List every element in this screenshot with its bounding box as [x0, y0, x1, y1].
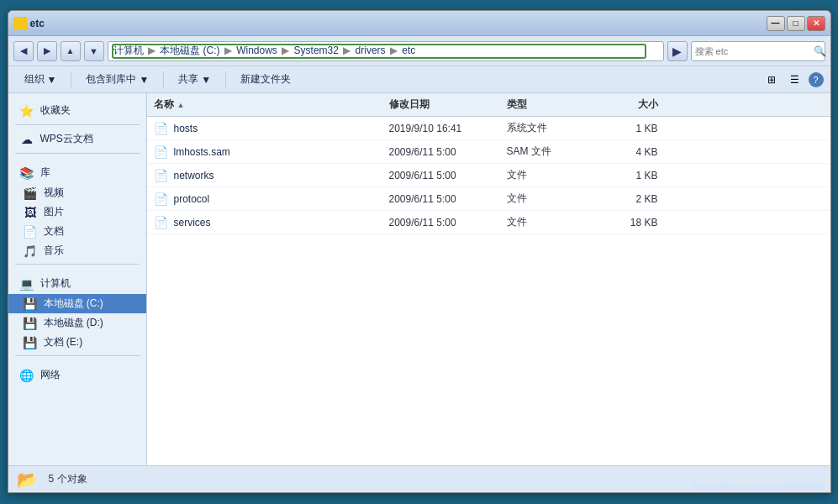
library-icon: 📚: [18, 166, 35, 180]
file-icon: 📄: [154, 192, 169, 206]
column-date[interactable]: 修改日期: [389, 97, 507, 112]
up-button[interactable]: ▲: [61, 41, 81, 61]
toolbar-sep-2: [163, 71, 164, 88]
file-cell-size: 1 KB: [591, 170, 658, 181]
drive-d-icon: 💾: [22, 317, 39, 330]
window-icon: [13, 17, 27, 30]
toolbar-right: ⊞ ☰ ?: [762, 70, 824, 90]
file-cell-date: 2009/6/11 5:00: [389, 193, 507, 205]
sidebar-library-label: 库: [40, 165, 50, 180]
maximize-button[interactable]: □: [787, 16, 805, 31]
sidebar-item-wps[interactable]: ☁ WPS云文档: [8, 129, 146, 150]
file-cell-type: 文件: [507, 215, 591, 229]
file-icon: 📄: [154, 169, 169, 182]
file-cell-date: 2009/6/11 5:00: [389, 146, 507, 158]
drive-c-icon: 💾: [22, 297, 39, 311]
sidebar-wps-label: WPS云文档: [40, 132, 93, 146]
file-name: networks: [174, 170, 214, 181]
toolbar-sep-1: [71, 71, 71, 88]
sidebar-divider-3: [15, 264, 140, 265]
sidebar-item-computer[interactable]: 💻 计算机: [8, 273, 146, 294]
file-cell-date: 2019/9/10 16:41: [389, 123, 507, 134]
table-row[interactable]: 📄 services 2009/6/11 5:00 文件 18 KB: [147, 211, 830, 234]
file-cell-name: 📄 services: [154, 216, 389, 229]
network-icon: 🌐: [18, 369, 35, 382]
minimize-button[interactable]: —: [767, 16, 785, 31]
sidebar-item-music[interactable]: 🎵 音乐: [8, 241, 146, 260]
back-button[interactable]: ◀: [13, 41, 34, 61]
column-name[interactable]: 名称 ▲: [154, 97, 389, 112]
window-title: etc: [30, 18, 45, 29]
breadcrumb: 计算机 ▶ 本地磁盘 (C:) ▶ Windows ▶ System32 ▶ d…: [113, 44, 416, 58]
sidebar-computer-label: 计算机: [40, 276, 71, 291]
status-bar: 📂 5 个对象: [8, 465, 830, 492]
image-icon: 🖼: [22, 206, 39, 219]
cloud-icon: ☁: [18, 133, 35, 146]
file-cell-type: 文件: [507, 192, 591, 206]
sidebar: ⭐ 收藏夹 ☁ WPS云文档 📚 库 🎬 视频: [8, 93, 147, 465]
file-cell-name: 📄 networks: [154, 169, 389, 182]
search-container: 🔍: [691, 41, 825, 61]
sidebar-item-local-c[interactable]: 💾 本地磁盘 (C:): [8, 294, 146, 313]
forward-button[interactable]: ▶: [37, 41, 57, 61]
sidebar-docs-label: 文档: [44, 224, 64, 239]
toolbar: 组织 ▼ 包含到库中 ▼ 共享 ▼ 新建文件夹 ⊞ ☰ ?: [8, 66, 830, 93]
table-row[interactable]: 📄 hosts 2019/9/10 16:41 系统文件 1 KB: [147, 117, 830, 140]
sidebar-videos-label: 视频: [44, 186, 64, 200]
sidebar-network-section: 🌐 网络: [8, 365, 146, 386]
sidebar-item-docs[interactable]: 📄 文档: [8, 222, 146, 241]
dropdown-button[interactable]: ▼: [84, 41, 104, 61]
file-cell-name: 📄 protocol: [154, 192, 389, 206]
sidebar-item-images[interactable]: 🖼 图片: [8, 202, 146, 222]
sidebar-divider-1: [15, 124, 140, 125]
go-button[interactable]: ▶: [667, 41, 688, 61]
file-list: 名称 ▲ 修改日期 类型 大小 📄 hosts 2019/: [147, 93, 830, 465]
sidebar-item-local-d[interactable]: 💾 本地磁盘 (D:): [8, 313, 146, 333]
file-icon: 📄: [154, 122, 169, 135]
file-cell-type: SAM 文件: [507, 144, 591, 159]
table-row[interactable]: 📄 lmhosts.sam 2009/6/11 5:00 SAM 文件 4 KB: [147, 140, 830, 164]
include-library-button[interactable]: 包含到库中 ▼: [76, 69, 158, 91]
address-bar: ◀ ▶ ▲ ▼ 计算机 ▶ 本地磁盘 (C:) ▶ Windows ▶ Syst…: [8, 36, 830, 66]
sidebar-item-local-e[interactable]: 💾 文档 (E:): [8, 333, 146, 352]
file-icon: 📄: [154, 145, 169, 159]
sidebar-images-label: 图片: [44, 205, 64, 219]
table-row[interactable]: 📄 protocol 2009/6/11 5:00 文件 2 KB: [147, 187, 830, 211]
file-cell-name: 📄 lmhosts.sam: [154, 145, 389, 159]
sidebar-item-favorites[interactable]: ⭐ 收藏夹: [8, 100, 146, 121]
file-list-header: 名称 ▲ 修改日期 类型 大小: [147, 93, 830, 117]
file-name: services: [174, 217, 211, 228]
drive-e-icon: 💾: [22, 336, 39, 349]
file-cell-name: 📄 hosts: [154, 122, 389, 135]
organize-button[interactable]: 组织 ▼: [15, 69, 66, 91]
column-type[interactable]: 类型: [507, 97, 591, 112]
sidebar-computer-section: 💻 计算机 💾 本地磁盘 (C:) 💾 本地磁盘 (D:) 💾 文档 (E:): [8, 273, 146, 356]
help-button[interactable]: ?: [809, 72, 824, 87]
file-icon: 📄: [154, 216, 169, 229]
sidebar-favorites-label: 收藏夹: [40, 103, 71, 118]
breadcrumb-container[interactable]: 计算机 ▶ 本地磁盘 (C:) ▶ Windows ▶ System32 ▶ d…: [108, 41, 664, 61]
status-count: 5 个对象: [49, 472, 87, 486]
column-size[interactable]: 大小: [591, 97, 658, 112]
close-button[interactable]: ✕: [807, 16, 825, 31]
file-cell-date: 2009/6/11 5:00: [389, 217, 507, 228]
sidebar-music-label: 音乐: [44, 244, 64, 258]
new-folder-button[interactable]: 新建文件夹: [231, 69, 300, 91]
video-icon: 🎬: [22, 186, 39, 200]
file-rows-container: 📄 hosts 2019/9/10 16:41 系统文件 1 KB 📄 lmho…: [147, 117, 830, 234]
sidebar-item-videos[interactable]: 🎬 视频: [8, 183, 146, 202]
sidebar-item-network[interactable]: 🌐 网络: [8, 365, 146, 386]
share-button[interactable]: 共享 ▼: [169, 69, 220, 91]
sidebar-local-c-label: 本地磁盘 (C:): [44, 297, 103, 311]
title-bar: etc — □ ✕: [8, 11, 830, 36]
sidebar-item-library[interactable]: 📚 库: [8, 162, 146, 183]
sidebar-divider-4: [15, 355, 140, 356]
search-input[interactable]: [695, 46, 811, 56]
view-details-button[interactable]: ☰: [785, 70, 805, 90]
table-row[interactable]: 📄 networks 2009/6/11 5:00 文件 1 KB: [147, 164, 830, 187]
sidebar-divider-2: [15, 153, 140, 154]
view-options-button[interactable]: ⊞: [762, 70, 782, 90]
search-icon[interactable]: 🔍: [814, 45, 826, 57]
file-cell-size: 2 KB: [591, 193, 658, 205]
computer-icon: 💻: [18, 277, 35, 291]
